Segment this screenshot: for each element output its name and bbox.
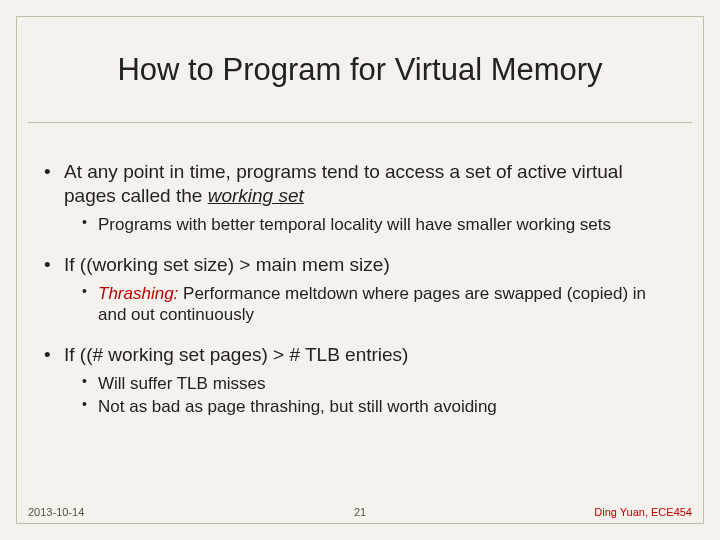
bullet-3: If ((# working set pages) > # TLB entrie… [44, 343, 676, 417]
title-divider [28, 122, 692, 123]
footer-page: 21 [354, 506, 366, 518]
bullet-1-text: At any point in time, programs tend to a… [64, 161, 623, 206]
bullet-1-1: Programs with better temporal locality w… [64, 214, 676, 235]
bullet-2-text: If ((working set size) > main mem size) [64, 254, 390, 275]
bullet-2-1-rest: Performance meltdown where pages are swa… [98, 284, 646, 324]
bullet-1: At any point in time, programs tend to a… [44, 160, 676, 235]
bullet-2: If ((working set size) > main mem size) … [44, 253, 676, 325]
bullet-3-2: Not as bad as page thrashing, but still … [64, 396, 676, 417]
bullet-3-1: Will suffer TLB misses [64, 373, 676, 394]
bullet-3-text: If ((# working set pages) > # TLB entrie… [64, 344, 408, 365]
slide-content: At any point in time, programs tend to a… [44, 160, 676, 435]
bullet-2-1: Thrashing: Performance meltdown where pa… [64, 283, 676, 326]
slide-title: How to Program for Virtual Memory [0, 52, 720, 88]
footer-date: 2013-10-14 [28, 506, 84, 518]
footer-author: Ding Yuan, ECE454 [594, 506, 692, 518]
bullet-1-emphasis: working set [208, 185, 304, 206]
footer: 2013-10-14 21 Ding Yuan, ECE454 [28, 506, 692, 518]
bullet-2-1-emphasis: Thrashing: [98, 284, 178, 303]
